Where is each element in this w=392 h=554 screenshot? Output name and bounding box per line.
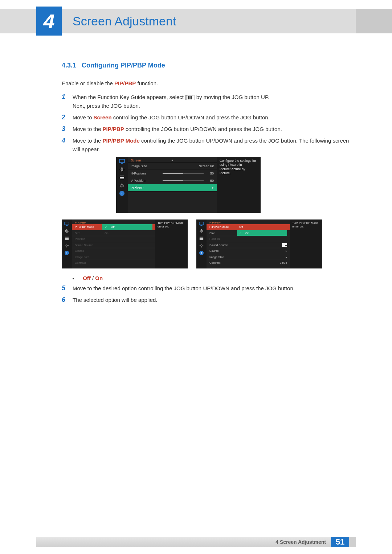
step-2-hl: Screen — [94, 114, 112, 120]
osd1-vpos-value: 50 — [206, 179, 214, 182]
osd2-sound-label: Sound Source — [75, 243, 102, 247]
osd3-position-label: Position — [209, 237, 237, 241]
osd1-image-size-label: Image Size — [131, 164, 163, 168]
step-3-hl: PIP/PBP — [103, 126, 124, 132]
osd2-position-label: Position — [75, 237, 102, 241]
menu-icon — [187, 95, 193, 100]
monitor-icon — [119, 159, 125, 164]
page-number-badge: 51 — [331, 537, 349, 547]
svg-rect-2 — [120, 176, 124, 176]
osd3-side-icons: i — [196, 219, 207, 268]
osd3-row-img[interactable]: Image Size ▸ — [207, 254, 290, 260]
list-icon — [64, 236, 70, 241]
bullet-dot-icon — [73, 278, 74, 279]
bullet-on: On — [95, 275, 103, 281]
section-heading: 4.3.1 Configuring PIP/PBP Mode — [62, 62, 356, 69]
osd-screen-menu: i Screen ▲ Image Size Screen Fit H-Posit… — [116, 157, 356, 213]
svg-rect-8 — [65, 237, 69, 238]
osd3-mode-label: PIP/PBP Mode — [209, 225, 237, 229]
osd1-help: Configure the settings for using Picture… — [217, 157, 259, 213]
osd3-row-contrast[interactable]: Contrast 75/75 — [207, 260, 290, 266]
osd3-mode-off: Off — [239, 225, 243, 229]
osd1-title-text: Screen — [131, 159, 141, 162]
osd3-source-label: Source — [209, 249, 237, 253]
osd2-row-sound[interactable]: Sound Source — [72, 242, 155, 249]
osd1-row-pippbp[interactable]: PIP/PBP ▸ — [128, 184, 217, 192]
svg-rect-1 — [121, 163, 123, 164]
osd2-row-on[interactable]: Size On — [72, 230, 155, 237]
monitor-icon — [199, 222, 204, 226]
steps-list-cont: 5 Move to the desired option controlling… — [62, 284, 356, 304]
section-title-text: Configuring PIP/PBP Mode — [82, 62, 165, 69]
chevron-right-icon: ▸ — [286, 255, 287, 259]
osd1-hpos-label: H-Position — [131, 172, 163, 175]
svg-rect-16 — [200, 239, 203, 240]
osd3-row-source[interactable]: Source ▸ — [207, 248, 290, 254]
step-4-hl: PIP/PBP Mode — [103, 138, 140, 144]
osd-side-icons: i — [116, 157, 128, 213]
svg-rect-0 — [119, 159, 124, 163]
osd3-sound-label: Sound Source — [209, 243, 237, 247]
osd3-title: PIP/PBP — [207, 219, 290, 224]
step-4a: Move to the — [73, 138, 103, 144]
step-3-body: Move to the PIP/PBP controlling the JOG … — [73, 125, 282, 134]
osd1-vpos-label: V-Position — [131, 179, 163, 182]
step-num-6: 6 — [62, 296, 68, 304]
osd1-title: Screen ▲ — [128, 157, 217, 163]
osd3-contrast-value: 75/75 — [237, 261, 287, 264]
osd2-row-source[interactable]: Source — [72, 248, 155, 254]
step-1-body: When the Function Key Guide appears, sel… — [73, 93, 269, 110]
svg-rect-13 — [200, 225, 202, 226]
osd3-row-size[interactable]: Size ✓On — [207, 230, 290, 237]
osd1-row-hpos[interactable]: H-Position 50 — [128, 170, 217, 177]
svg-rect-14 — [200, 237, 203, 238]
step-1b: ] by moving the JOG button UP. — [193, 94, 269, 100]
gear-icon — [199, 243, 204, 248]
chapter-title: Screen Adjustment — [73, 14, 176, 28]
gear-icon — [119, 183, 125, 188]
osd1-image-size-value: Screen Fit — [163, 164, 214, 168]
osd2-side-icons: i — [62, 219, 72, 268]
chevron-right-icon: ▸ — [212, 186, 214, 189]
bullet-sep: / — [91, 275, 95, 281]
info-icon: i — [199, 251, 204, 255]
step-3a: Move to the — [73, 126, 103, 132]
content-column: 4.3.1 Configuring PIP/PBP Mode Enable or… — [62, 62, 356, 307]
osd1-row-vpos[interactable]: V-Position 50 — [128, 177, 217, 184]
check-icon: ✓ — [105, 225, 107, 229]
check-icon: ✓ — [239, 231, 242, 235]
osd2-source-label: Source — [75, 249, 102, 253]
osd2-row-position[interactable]: Position — [72, 236, 155, 242]
osd2-row-mode[interactable]: PIP/PBP Mode ✓Off — [72, 224, 155, 230]
osd1-row-image-size[interactable]: Image Size Screen Fit — [128, 163, 217, 170]
osd2-size-label: Size — [75, 231, 102, 235]
step-1a: When the Function Key Guide appears, sel… — [73, 94, 187, 100]
osd2-help: Turn PIP/PBP Mode on or off. — [155, 219, 187, 268]
osd3-row-position[interactable]: Position — [207, 236, 290, 242]
slider-icon — [163, 180, 204, 181]
osd3-row-sound[interactable]: Sound Source — [207, 242, 290, 249]
osd3-img-label: Image Size — [209, 255, 237, 259]
step-num-3: 3 — [62, 125, 68, 134]
osd2-row-img[interactable]: Image Size — [72, 254, 155, 260]
svg-rect-6 — [65, 222, 69, 225]
off-on-bullet: Off / On — [73, 275, 356, 281]
move-icon — [119, 167, 125, 172]
osd2-contrast-label: Contrast — [75, 261, 102, 264]
step-4-body: Move to the PIP/PBP Mode controlling the… — [73, 136, 356, 154]
svg-rect-12 — [199, 222, 204, 225]
svg-point-11 — [66, 245, 68, 246]
osd3-row-mode[interactable]: PIP/PBP Mode Off — [207, 224, 290, 230]
osd2-title: PIP/PBP — [72, 219, 155, 224]
footer-bar: 4 Screen Adjustment — [36, 537, 331, 547]
osd2-row-contrast[interactable]: Contrast — [72, 260, 155, 266]
info-icon: i — [119, 191, 124, 196]
osd3-size-label: Size — [209, 231, 237, 235]
pip-layout-icon — [282, 243, 287, 247]
chevron-right-icon: ▸ — [286, 249, 287, 253]
osd2-mode-on: On — [105, 231, 109, 235]
step-num-1: 1 — [62, 93, 68, 110]
svg-rect-9 — [65, 238, 69, 239]
intro-highlight: PIP/PBP — [114, 80, 136, 86]
list-icon — [199, 236, 204, 241]
